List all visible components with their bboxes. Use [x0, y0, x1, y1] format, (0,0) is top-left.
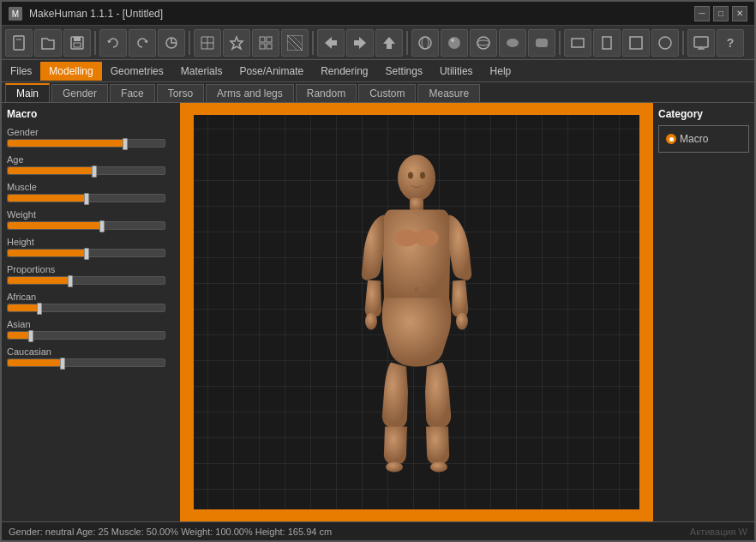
titlebar-left: M MakeHuman 1.1.1 - [Untitled] [9, 7, 163, 21]
tab-face[interactable]: Face [110, 84, 155, 102]
blob2-button[interactable] [528, 29, 555, 57]
age-slider-group: Age [7, 154, 175, 175]
menu-utilities[interactable]: Utilities [431, 62, 482, 81]
viewport-border-top [194, 103, 639, 115]
asian-slider-group: Asian [7, 319, 175, 340]
svg-point-33 [659, 37, 671, 49]
category-macro[interactable]: Macro [664, 131, 743, 147]
viewport-border-bottom [194, 509, 639, 521]
menu-materials[interactable]: Materials [172, 62, 231, 81]
tab-random[interactable]: Random [296, 84, 357, 102]
svg-marker-19 [325, 37, 337, 49]
titlebar: M MakeHuman 1.1.1 - [Untitled] ─ □ ✕ [2, 2, 754, 26]
svg-point-27 [477, 40, 489, 45]
circle-button[interactable] [651, 29, 679, 57]
svg-point-26 [477, 37, 489, 49]
tab-torso[interactable]: Torso [157, 84, 204, 102]
tab-arms-legs[interactable]: Arms and legs [206, 84, 294, 102]
african-slider[interactable] [7, 304, 165, 312]
ball-button[interactable] [441, 29, 468, 57]
height-slider[interactable] [7, 249, 165, 257]
separator-6 [682, 31, 684, 55]
svg-point-45 [408, 172, 413, 179]
pattern-button[interactable] [281, 29, 309, 57]
menu-files[interactable]: Files [2, 62, 40, 81]
open-file-button[interactable] [34, 29, 62, 57]
menu-geometries[interactable]: Geometries [102, 62, 172, 81]
menu-pose-animate[interactable]: Pose/Animate [231, 62, 312, 81]
menu-settings[interactable]: Settings [377, 62, 431, 81]
separator-4 [406, 31, 408, 55]
african-label: African [7, 292, 175, 302]
asian-slider[interactable] [7, 331, 165, 340]
rect1-button[interactable] [564, 29, 591, 57]
category-title: Category [658, 108, 749, 120]
minimize-button[interactable]: ─ [694, 6, 710, 21]
svg-point-24 [448, 37, 460, 49]
svg-point-39 [394, 230, 418, 247]
screen-button[interactable] [687, 29, 715, 57]
viewport[interactable] [182, 103, 651, 521]
gender-slider[interactable] [7, 139, 165, 148]
svg-point-28 [507, 39, 519, 47]
svg-point-22 [419, 37, 431, 49]
main-window: M MakeHuman 1.1.1 - [Untitled] ─ □ ✕ [0, 0, 756, 542]
tab-gender[interactable]: Gender [51, 84, 108, 102]
viewport-border-right [639, 103, 651, 521]
blob1-button[interactable] [499, 29, 526, 57]
height-label: Height [7, 237, 175, 247]
menu-help[interactable]: Help [482, 62, 520, 81]
status-right: Активация W [690, 527, 747, 537]
rect2-button[interactable] [593, 29, 621, 57]
redo-button[interactable] [129, 29, 156, 57]
new-file-button[interactable] [5, 29, 33, 57]
svg-rect-29 [536, 39, 548, 47]
svg-rect-2 [14, 36, 24, 50]
gender-slider-group: Gender [7, 127, 175, 148]
maximize-button[interactable]: □ [713, 6, 729, 21]
question-icon: ? [727, 36, 735, 50]
svg-rect-34 [694, 37, 708, 47]
grid-button[interactable] [252, 29, 279, 57]
mesh-button[interactable] [194, 29, 221, 57]
separator-2 [189, 31, 190, 55]
svg-rect-12 [267, 37, 272, 42]
save-file-button[interactable] [63, 29, 91, 57]
menu-modelling[interactable]: Modelling [40, 62, 101, 81]
star-button[interactable] [223, 29, 250, 57]
caucasian-slider[interactable] [7, 358, 165, 367]
render-button[interactable] [411, 29, 439, 57]
svg-point-46 [420, 172, 425, 179]
subtabs: Main Gender Face Torso Arms and legs Ran… [2, 82, 754, 103]
tab-custom[interactable]: Custom [358, 84, 416, 102]
category-box: Macro [658, 125, 749, 153]
main-content: Macro Gender Age Muscle [2, 103, 754, 521]
statusbar: Gender: neutral Age: 25 Muscle: 50.00% W… [2, 521, 754, 540]
arrow-up-button[interactable] [375, 29, 403, 57]
muscle-label: Muscle [7, 182, 175, 192]
age-label: Age [7, 154, 175, 165]
close-button[interactable]: ✕ [732, 6, 747, 21]
arrow-right-button[interactable] [346, 29, 374, 57]
menu-rendering[interactable]: Rendering [312, 62, 376, 81]
help-button[interactable]: ? [717, 29, 744, 57]
weight-slider-group: Weight [7, 209, 175, 230]
age-slider[interactable] [7, 166, 165, 175]
tab-measure[interactable]: Measure [417, 84, 480, 102]
macro-radio[interactable] [666, 134, 676, 144]
weight-slider[interactable] [7, 221, 165, 230]
figure-svg [331, 148, 502, 474]
undo-button[interactable] [99, 29, 127, 57]
svg-line-18 [292, 35, 303, 45]
rect3-button[interactable] [622, 29, 650, 57]
caucasian-slider-group: Caucasian [7, 346, 175, 367]
muscle-slider[interactable] [7, 194, 165, 202]
sphere-button[interactable] [470, 29, 497, 57]
caucasian-label: Caucasian [7, 346, 175, 357]
proportions-slider[interactable] [7, 276, 165, 285]
svg-point-47 [415, 287, 418, 292]
tab-main[interactable]: Main [5, 83, 50, 102]
arrow-left-button[interactable] [317, 29, 345, 57]
rotate-button[interactable] [158, 29, 185, 57]
separator-1 [94, 31, 96, 55]
